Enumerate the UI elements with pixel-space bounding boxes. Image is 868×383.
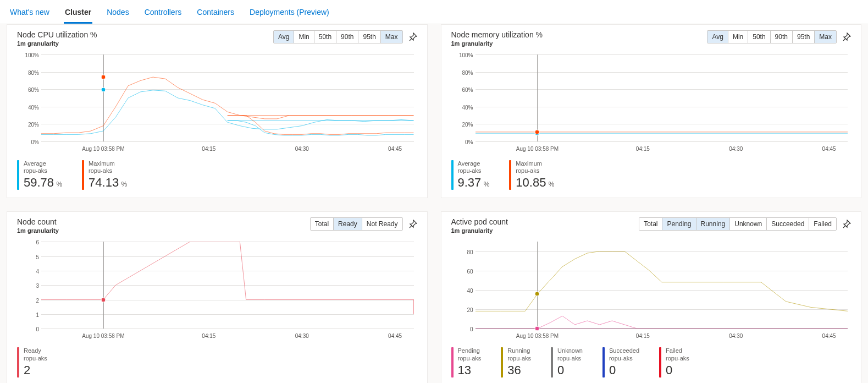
y-tick-label: 0 [455, 326, 473, 332]
legend-label: Average [458, 160, 490, 167]
legend-item[interactable]: Maximumropu-aks74.13 % [82, 160, 127, 190]
legend-value: 59.78 % [24, 176, 62, 190]
seg-unknown[interactable]: Unknown [730, 218, 767, 230]
legend-cpu: Averageropu-aks59.78 %Maximumropu-aks74.… [17, 160, 417, 190]
y-tick-label: 60 [455, 269, 473, 275]
chart-mem: 0%20%40%60%80%100%Aug 10 03:58 PM04:1504… [451, 51, 852, 156]
legend-sublabel: ropu-aks [24, 355, 47, 362]
agg-p95[interactable]: 95th [793, 31, 815, 43]
pod-selector: Total Pending Running Unknown Succeeded … [639, 217, 837, 231]
tab-cluster[interactable]: Cluster [64, 4, 92, 24]
y-tick-label: 0% [20, 139, 39, 145]
tab-whats-new[interactable]: What's new [9, 4, 51, 24]
agg-min[interactable]: Min [728, 31, 748, 43]
legend-item[interactable]: Maximumropu-aks10.85 % [509, 160, 554, 190]
x-tick-label: 04:30 [729, 146, 743, 152]
pin-icon[interactable] [408, 220, 417, 228]
legend-sublabel: ropu-aks [609, 355, 639, 362]
agg-p90[interactable]: 90th [336, 31, 358, 43]
legend-item[interactable]: Pendingropu-aks13 [451, 347, 482, 377]
marker-dot [101, 87, 106, 92]
card-title: Node CPU utilization % [17, 30, 97, 39]
legend-value: 10.85 % [516, 176, 554, 190]
y-tick-label: 60% [455, 87, 473, 93]
seg-pending[interactable]: Pending [662, 218, 696, 230]
tab-bar: What's new Cluster Nodes Controllers Con… [0, 0, 868, 24]
agg-avg[interactable]: Avg [707, 31, 728, 43]
y-tick-label: 1 [20, 312, 39, 318]
granularity-label: 1m granularity [451, 227, 508, 234]
card-nodecount: Node count 1m granularity Total Ready No… [7, 211, 428, 383]
pin-icon[interactable] [408, 32, 417, 41]
legend-value: 0 [666, 363, 689, 377]
legend-item[interactable]: Averageropu-aks9.37 % [451, 160, 490, 190]
x-tick-label: Aug 10 03:58 PM [516, 146, 559, 152]
x-tick-label: Aug 10 03:58 PM [82, 333, 124, 339]
legend-sublabel: ropu-aks [557, 355, 583, 362]
x-tick-label: Aug 10 03:58 PM [82, 146, 124, 152]
legend-color-bar [551, 347, 553, 377]
seg-running[interactable]: Running [696, 218, 731, 230]
seg-total[interactable]: Total [311, 218, 334, 230]
legend-sublabel: ropu-aks [89, 167, 127, 174]
series-line [41, 77, 414, 134]
pin-icon[interactable] [842, 32, 851, 41]
legend-color-bar [451, 160, 454, 190]
legend-sublabel: ropu-aks [24, 167, 62, 174]
seg-total[interactable]: Total [639, 218, 662, 230]
granularity-label: 1m granularity [17, 40, 97, 47]
agg-p90[interactable]: 90th [771, 31, 793, 43]
agg-max[interactable]: Max [381, 31, 402, 43]
agg-max[interactable]: Max [815, 31, 836, 43]
tab-deployments[interactable]: Deployments (Preview) [248, 4, 330, 24]
x-tick-label: 04:45 [388, 333, 402, 339]
x-tick-label: 04:45 [822, 146, 836, 152]
legend-item[interactable]: Readyropu-aks2 [17, 347, 47, 377]
y-tick-label: 80% [455, 69, 473, 75]
legend-label: Unknown [557, 347, 583, 354]
marker-dot [101, 74, 106, 79]
legend-label: Running [507, 347, 531, 354]
seg-ready[interactable]: Ready [334, 218, 362, 230]
legend-item[interactable]: Runningropu-aks36 [501, 347, 531, 377]
seg-notready[interactable]: Not Ready [362, 218, 402, 230]
card-mem: Node memory utilization % 1m granularity… [441, 24, 862, 198]
x-tick-label: 04:15 [202, 146, 215, 152]
legend-item[interactable]: Averageropu-aks59.78 % [17, 160, 62, 190]
agg-p50[interactable]: 50th [748, 31, 770, 43]
y-tick-label: 40% [20, 104, 39, 110]
agg-avg[interactable]: Avg [274, 31, 294, 43]
legend-label: Maximum [89, 160, 127, 167]
tab-containers[interactable]: Containers [196, 4, 235, 24]
legend-mem: Averageropu-aks9.37 %Maximumropu-aks10.8… [451, 160, 852, 190]
y-tick-label: 100% [455, 52, 473, 58]
pin-icon[interactable] [842, 220, 851, 228]
legend-value: 36 [507, 363, 531, 377]
legend-value: 9.37 % [458, 176, 490, 190]
legend-item[interactable]: Unknownropu-aks0 [551, 347, 583, 377]
card-title: Node count [17, 217, 59, 226]
tab-controllers[interactable]: Controllers [143, 4, 183, 24]
tab-nodes[interactable]: Nodes [106, 4, 130, 24]
legend-color-bar [602, 347, 605, 377]
legend-label: Maximum [516, 160, 554, 167]
chart-cpu: 0%20%40%60%80%100%Aug 10 03:58 PM04:1504… [17, 51, 417, 156]
agg-p95[interactable]: 95th [358, 31, 380, 43]
card-pods: Active pod count 1m granularity Total Pe… [441, 211, 862, 383]
y-tick-label: 80 [455, 249, 473, 255]
marker-dot [535, 326, 540, 331]
seg-succeeded[interactable]: Succeeded [767, 218, 809, 230]
legend-color-bar [17, 347, 19, 377]
legend-sublabel: ropu-aks [458, 167, 490, 174]
marker-dot [535, 129, 540, 134]
legend-item[interactable]: Failedropu-aks0 [659, 347, 689, 377]
agg-p50[interactable]: 50th [314, 31, 336, 43]
agg-min[interactable]: Min [294, 31, 314, 43]
granularity-label: 1m granularity [451, 40, 543, 47]
x-tick-label: Aug 10 03:58 PM [516, 333, 559, 339]
legend-sublabel: ropu-aks [458, 355, 482, 362]
dashboard-grid: Node CPU utilization % 1m granularity Av… [0, 24, 868, 383]
legend-item[interactable]: Succeededropu-aks0 [602, 347, 639, 377]
seg-failed[interactable]: Failed [809, 218, 836, 230]
card-title: Active pod count [451, 217, 508, 226]
